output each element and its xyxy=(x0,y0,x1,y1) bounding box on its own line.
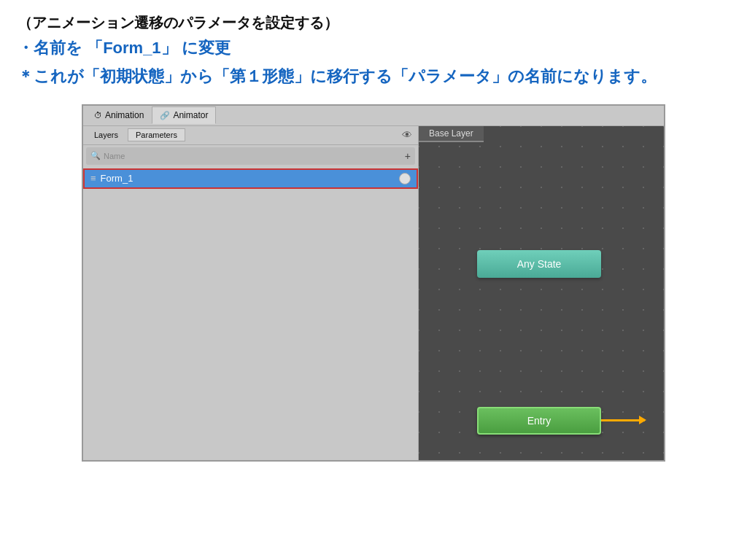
param-equals-icon: ≡ xyxy=(90,173,96,184)
entry-node[interactable]: Entry xyxy=(477,407,601,435)
tab-animation[interactable]: ⏱ Animation xyxy=(86,106,152,124)
param-type-indicator xyxy=(399,173,411,184)
line3-text: ＊これが「初期状態」から「第１形態」に移行する「パラメータ」の名前になります。 xyxy=(18,65,729,88)
tab-animator[interactable]: 🔗 Animator xyxy=(152,106,216,124)
screenshot-wrapper: ⏱ Animation 🔗 Animator Layers Parameters xyxy=(0,97,747,462)
add-parameter-button[interactable]: + xyxy=(405,150,411,162)
line2-highlight: 「Form_1」 xyxy=(87,39,177,57)
any-state-label: Any State xyxy=(517,258,562,270)
base-layer-tab[interactable]: Base Layer xyxy=(419,126,484,142)
entry-label: Entry xyxy=(527,415,551,427)
entry-arrow xyxy=(601,419,645,421)
main-content: Layers Parameters 👁 🔍 Name + ≡ Form_1 xyxy=(83,126,664,460)
line2-suffix: に変更 xyxy=(177,39,231,57)
animator-graph-panel[interactable]: Base Layer Any State Entry xyxy=(419,126,664,460)
left-panel-empty xyxy=(83,190,418,460)
eye-icon[interactable]: 👁 xyxy=(402,129,412,141)
search-icon: 🔍 xyxy=(90,151,101,160)
sub-tab-bar: Layers Parameters 👁 xyxy=(83,126,418,145)
line1-text: （アニメーション遷移のパラメータを設定する） xyxy=(18,13,729,33)
search-bar: 🔍 Name + xyxy=(86,147,415,165)
parameter-item-form1[interactable]: ≡ Form_1 xyxy=(83,168,418,189)
annotation-area: （アニメーション遷移のパラメータを設定する） ・名前を 「Form_1」 に変更… xyxy=(0,0,747,97)
animator-icon: 🔗 xyxy=(160,111,170,120)
search-placeholder: Name xyxy=(104,152,125,160)
tab-parameters-label: Parameters xyxy=(136,131,177,139)
left-panel: Layers Parameters 👁 🔍 Name + ≡ Form_1 xyxy=(83,126,419,460)
tab-animator-label: Animator xyxy=(173,110,208,120)
tab-parameters[interactable]: Parameters xyxy=(128,128,185,141)
tab-animation-label: Animation xyxy=(105,110,144,120)
line2-prefix: ・名前を xyxy=(18,39,87,57)
line2-text: ・名前を 「Form_1」 に変更 xyxy=(18,37,729,59)
animation-icon: ⏱ xyxy=(94,111,102,120)
tab-layers[interactable]: Layers xyxy=(86,128,126,141)
tab-layers-label: Layers xyxy=(94,131,118,139)
unity-editor-screenshot: ⏱ Animation 🔗 Animator Layers Parameters xyxy=(82,104,665,462)
tab-bar: ⏱ Animation 🔗 Animator xyxy=(83,106,664,126)
param-name-label: Form_1 xyxy=(101,173,399,184)
base-layer-label: Base Layer xyxy=(429,128,473,139)
any-state-node[interactable]: Any State xyxy=(477,250,601,278)
